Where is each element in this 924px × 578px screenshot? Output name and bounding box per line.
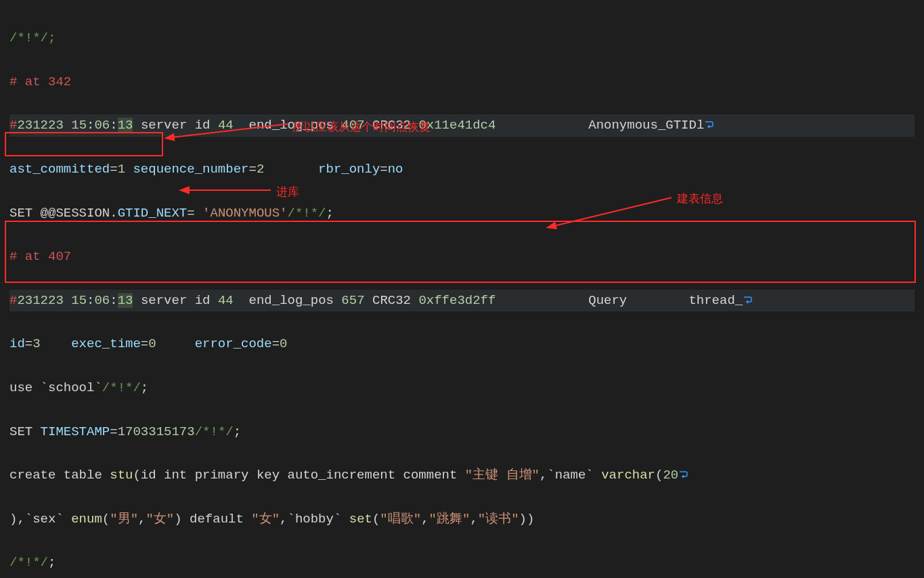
code-line: use `school`/*!*/;	[9, 377, 915, 399]
wrap-icon	[704, 120, 713, 129]
code-line: ast_committed=1 sequence_number=2 rbr_on…	[9, 158, 915, 180]
code-line: #231223 15:06:13 server id 44 end_log_po…	[9, 114, 915, 136]
code-line: create table stu(id int primary key auto…	[9, 464, 915, 486]
code-line: # at 342	[9, 71, 915, 93]
wrap-icon	[678, 470, 688, 479]
code-line: # at 407	[9, 246, 915, 267]
code-line: /*!*/;	[9, 552, 915, 573]
code-line: id=3 exec_time=0 error_code=0	[9, 333, 915, 355]
code-line: /*!*/;	[9, 27, 915, 49]
code-line: SET TIMESTAMP=1703315173/*!*/;	[9, 421, 915, 443]
wrap-icon	[743, 295, 752, 305]
code-line: ),`sex` enum("男","女") default "女",`hobby…	[9, 508, 915, 530]
code-line: #231223 15:06:13 server id 44 end_log_po…	[9, 290, 915, 311]
code-editor[interactable]: /*!*/; # at 342 #231223 15:06:13 server …	[0, 0, 924, 578]
code-line: SET @@SESSION.GTID_NEXT= 'ANONYMOUS'/*!*…	[9, 202, 915, 224]
